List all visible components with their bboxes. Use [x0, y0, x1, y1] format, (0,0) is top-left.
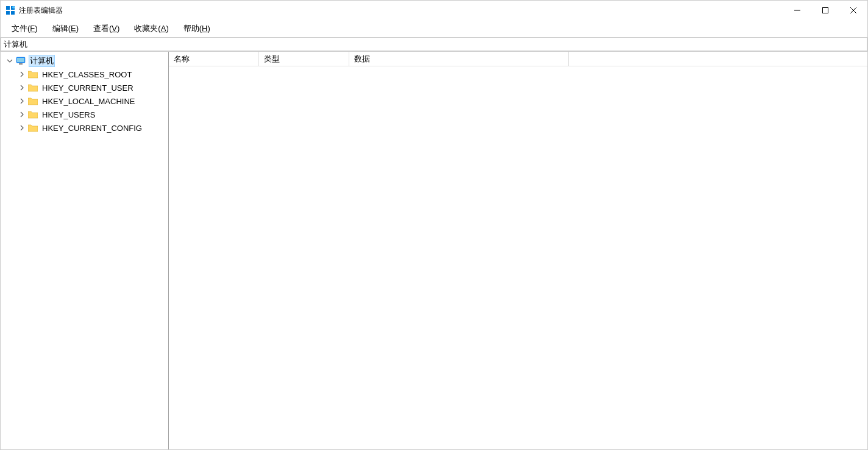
tree-label-computer: 计算机 — [29, 55, 55, 67]
tree-node-hkcc[interactable]: HKEY_CURRENT_CONFIG — [1, 121, 168, 135]
tree-label: HKEY_USERS — [41, 110, 96, 119]
svg-rect-2 — [6, 11, 10, 15]
chevron-down-icon[interactable] — [5, 57, 14, 65]
column-header-type[interactable]: 类型 — [259, 52, 349, 66]
column-header-name[interactable]: 名称 — [169, 52, 259, 66]
folder-icon — [27, 83, 38, 93]
chevron-right-icon[interactable] — [18, 110, 26, 119]
tree-label: HKEY_CURRENT_CONFIG — [41, 124, 143, 133]
svg-rect-6 — [823, 8, 828, 13]
titlebar: 注册表编辑器 — [1, 1, 867, 20]
list-panel: 名称 类型 数据 — [169, 52, 867, 449]
column-header-data[interactable]: 数据 — [349, 52, 569, 66]
svg-rect-3 — [11, 11, 15, 15]
tree-label: HKEY_CURRENT_USER — [41, 83, 135, 93]
menubar: 文件(F) 编辑(E) 查看(V) 收藏夹(A) 帮助(H) — [1, 20, 867, 37]
minimize-button[interactable] — [783, 1, 811, 20]
chevron-right-icon[interactable] — [18, 83, 26, 92]
tree-label: HKEY_CLASSES_ROOT — [41, 70, 133, 79]
folder-icon — [27, 110, 38, 119]
chevron-right-icon[interactable] — [18, 70, 26, 79]
tree-node-hkcu[interactable]: HKEY_CURRENT_USER — [1, 81, 168, 94]
tree-label: HKEY_LOCAL_MACHINE — [41, 97, 136, 106]
chevron-right-icon[interactable] — [18, 124, 26, 132]
svg-rect-10 — [17, 58, 24, 62]
menu-help[interactable]: 帮助(H) — [177, 21, 216, 36]
tree-node-hku[interactable]: HKEY_USERS — [1, 108, 168, 121]
tree-node-hklm[interactable]: HKEY_LOCAL_MACHINE — [1, 94, 168, 108]
address-bar[interactable]: 计算机 — [1, 37, 867, 51]
column-header-blank[interactable] — [569, 52, 867, 66]
menu-favorites[interactable]: 收藏夹(A) — [128, 21, 174, 36]
list-header: 名称 类型 数据 — [169, 52, 867, 66]
maximize-button[interactable] — [811, 1, 839, 20]
address-text: 计算机 — [4, 39, 27, 50]
svg-rect-11 — [19, 63, 23, 65]
window-title: 注册表编辑器 — [19, 5, 783, 16]
chevron-right-icon[interactable] — [18, 97, 26, 105]
main-area: 计算机 HKEY_CLASSES_ROOT HKEY_CURRENT_USER — [1, 51, 867, 449]
svg-rect-0 — [6, 6, 10, 10]
menu-edit[interactable]: 编辑(E) — [46, 21, 85, 36]
computer-icon — [15, 56, 26, 66]
close-button[interactable] — [839, 1, 867, 20]
menu-view[interactable]: 查看(V) — [87, 21, 126, 36]
menu-file[interactable]: 文件(F) — [5, 21, 44, 36]
svg-point-4 — [12, 6, 15, 9]
folder-icon — [27, 123, 38, 133]
folder-icon — [27, 69, 38, 79]
window-controls — [783, 1, 867, 20]
list-body[interactable] — [169, 66, 867, 449]
app-icon — [5, 5, 15, 15]
tree-node-computer[interactable]: 计算机 — [1, 54, 168, 68]
tree-panel[interactable]: 计算机 HKEY_CLASSES_ROOT HKEY_CURRENT_USER — [1, 52, 169, 449]
tree-node-hkcr[interactable]: HKEY_CLASSES_ROOT — [1, 68, 168, 81]
folder-icon — [27, 96, 38, 106]
